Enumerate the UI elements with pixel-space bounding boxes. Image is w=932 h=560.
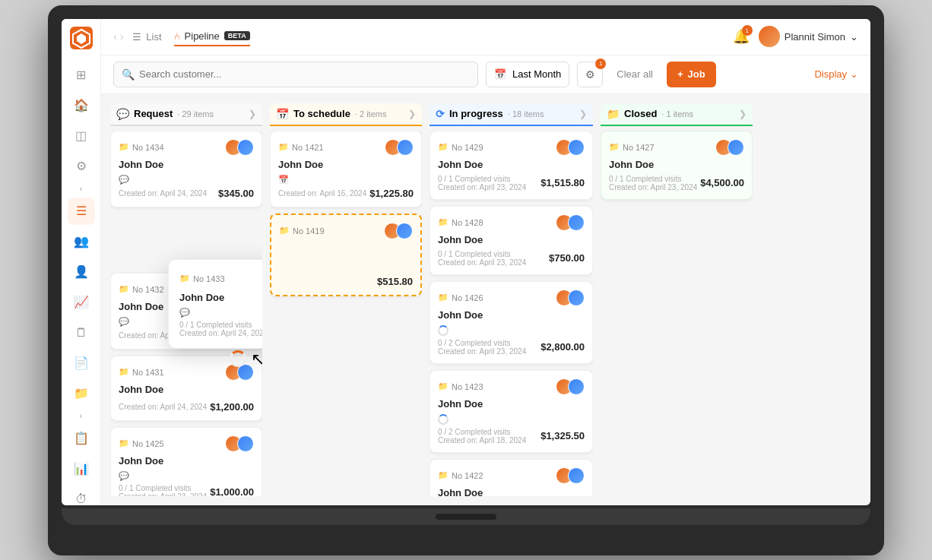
popup-visits-1433: 0 / 1 Completed visits [179, 321, 262, 329]
card-name-1422: John Doe [438, 487, 585, 496]
tab-pipeline-label: Pipeline [185, 30, 220, 42]
sidebar-nav: ⊞ 🏠 ◫ ⚙ ‹ ☰ 👥 👤 📈 🗒 📄 📁 ‹ 📋 📊 ⏱ [68, 62, 95, 505]
filter-badge: 1 [595, 59, 606, 69]
card-amount-1429: $1,515.80 [540, 177, 585, 188]
card-date-1425: Created on: April 23, 2024 [119, 492, 207, 496]
avatar-1429-b [568, 139, 585, 156]
progress-icon: ⟳ [436, 108, 445, 120]
search-box[interactable]: 🔍 [113, 62, 478, 87]
card-date-1431: Created on: April 24, 2024 [119, 403, 207, 411]
kanban-board: 💬 Request · 29 items ❯ 📁 No 1434 [101, 94, 870, 505]
card-name-1427: John Doe [609, 159, 744, 170]
card-1427[interactable]: 📁 No 1427 John Doe 0 / 1 Compl [601, 131, 753, 200]
sidebar-item-analytics[interactable]: 📈 [68, 289, 95, 316]
spinner-1426 [438, 325, 449, 336]
sidebar-item-estimates[interactable]: 📄 [68, 350, 95, 377]
avatar-1422-b [568, 467, 585, 484]
card-1419[interactable]: 📁 No 1419 $515.80 [270, 214, 422, 296]
search-input[interactable] [139, 68, 470, 80]
avatar-1427-b [728, 139, 744, 156]
nav-back-btn[interactable]: ‹ [113, 30, 117, 43]
add-job-button[interactable]: + Job [667, 62, 716, 87]
sidebar-item-settings[interactable]: ⚙ [68, 153, 95, 180]
col-request-count: · 29 items [177, 109, 214, 119]
sidebar-item-forms[interactable]: 📋 [68, 425, 95, 452]
col-schedule-cards: 📁 No 1421 John Doe 📅 Created on: A [270, 131, 422, 496]
sidebar-item-home[interactable]: 🏠 [68, 92, 95, 119]
card-date-1429: Created on: April 23, 2024 [438, 183, 526, 191]
card-date-1427: Created on: April 23, 2024 [609, 183, 697, 191]
avatar-1426-b [568, 289, 585, 306]
col-request-cards: 📁 No 1434 John Doe 💬 Created on: A [110, 131, 262, 496]
popup-date-1433: Created on: April 24, 2024 [179, 329, 262, 337]
tab-list[interactable]: ☰ List [132, 28, 161, 46]
column-progress-header: ⟳ In progress · 18 items ❯ [430, 103, 593, 126]
user-chevron: ⌄ [850, 31, 858, 43]
calendar-icon: 📅 [494, 68, 506, 80]
card-amount-1427: $4,500.00 [700, 177, 744, 188]
sidebar-item-files[interactable]: 📁 [68, 380, 95, 407]
column-request: 💬 Request · 29 items ❯ 📁 No 1434 [110, 103, 262, 496]
main-content: ‹ › ☰ List ⑃ Pipeline BETA [101, 19, 870, 505]
search-icon: 🔍 [122, 68, 135, 81]
column-schedule-header: 📅 To schedule · 2 items ❯ [270, 103, 422, 126]
date-filter-btn[interactable]: 📅 Last Month [486, 62, 569, 87]
col-progress-collapse[interactable]: ❯ [579, 109, 587, 119]
card-1423[interactable]: 📁 No 1423 John Doe [430, 370, 593, 453]
card-date-1428: Created on: April 23, 2024 [438, 258, 526, 267]
card-1434[interactable]: 📁 No 1434 John Doe 💬 Created on: A [110, 131, 262, 207]
sidebar-item-employees[interactable]: 👤 [68, 258, 95, 286]
card-1425[interactable]: 📁 No 1425 John Doe 💬 [110, 427, 262, 496]
card-1428[interactable]: 📁 No 1428 John Doe 0 / 1 Compl [430, 206, 593, 275]
sliders-icon: ⚙ [585, 68, 595, 81]
col-request-collapse[interactable]: ❯ [249, 109, 256, 119]
column-progress: ⟳ In progress · 18 items ❯ 📁 No 1429 [430, 103, 593, 496]
sidebar-item-reports[interactable]: ◫ [68, 122, 95, 150]
user-profile[interactable]: Plannit Simon ⌄ [759, 26, 858, 47]
filter-options-btn[interactable]: ⚙ 1 [577, 62, 603, 87]
card-1426[interactable]: 📁 No 1426 John Doe [430, 281, 593, 364]
sidebar-item-invoices[interactable]: 🗒 [68, 319, 95, 346]
card-1421[interactable]: 📁 No 1421 John Doe 📅 Created on: A [270, 131, 422, 207]
nav-fwd-btn[interactable]: › [120, 30, 124, 43]
card-name-1426: John Doe [438, 309, 585, 321]
card-amount-1423: $1,325.50 [540, 430, 585, 441]
nav-arrows: ‹ › [113, 30, 123, 43]
app-logo[interactable] [70, 27, 93, 49]
sidebar-item-customers[interactable]: 👥 [68, 228, 95, 255]
card-1429[interactable]: 📁 No 1429 John Doe 0 / 1 Compl [430, 131, 593, 200]
top-bar-right: 🔔 1 Plannit Simon ⌄ [733, 26, 858, 47]
user-name: Plannit Simon [785, 31, 845, 43]
card-name-1429: John Doe [438, 159, 585, 170]
sidebar-item-time[interactable]: ⏱ [68, 486, 95, 505]
display-btn[interactable]: Display ⌄ [814, 68, 858, 80]
column-schedule: 📅 To schedule · 2 items ❯ 📁 No 1421 [270, 103, 422, 496]
display-chevron: ⌄ [850, 68, 858, 80]
list-icon: ☰ [132, 31, 141, 43]
avatar-1419-b [396, 223, 413, 239]
clear-all-btn[interactable]: Clear all [610, 65, 659, 83]
card-1433-popup[interactable]: 📁 No 1433 John Doe 💬 [168, 259, 262, 349]
sidebar-item-charts[interactable]: 📊 [68, 455, 95, 482]
card-visits-1423: 0 / 2 Completed visits [438, 428, 526, 436]
spinner-1423 [438, 414, 449, 425]
avatar-1428-b [568, 214, 585, 231]
notification-btn[interactable]: 🔔 1 [733, 28, 750, 45]
col-closed-cards: 📁 No 1427 John Doe 0 / 1 Compl [601, 131, 753, 496]
card-amount-1426: $2,800.00 [540, 341, 585, 353]
card-1422[interactable]: 📁 No 1422 John Doe [430, 459, 593, 496]
tab-pipeline[interactable]: ⑃ Pipeline BETA [174, 27, 250, 46]
sidebar-collapse-2[interactable]: ‹ [80, 412, 82, 420]
toolbar: 🔍 📅 Last Month ⚙ 1 Clear all + Job [101, 55, 870, 94]
sidebar-item-jobs[interactable]: ☰ [68, 198, 95, 225]
col-closed-label: Closed [624, 108, 657, 119]
col-progress-count: · 18 items [508, 109, 544, 119]
sidebar-collapse-1[interactable]: ‹ [80, 185, 82, 193]
sidebar-item-dashboard[interactable]: ⊞ [68, 62, 95, 89]
col-schedule-collapse[interactable]: ❯ [408, 109, 416, 119]
card-visits-1425: 0 / 1 Completed visits [119, 484, 207, 492]
col-closed-collapse[interactable]: ❯ [739, 109, 747, 119]
column-closed: 📁 Closed · 1 items ❯ 📁 No 1427 [601, 103, 753, 496]
column-closed-header: 📁 Closed · 1 items ❯ [601, 103, 753, 126]
card-name-1423: John Doe [438, 398, 585, 410]
